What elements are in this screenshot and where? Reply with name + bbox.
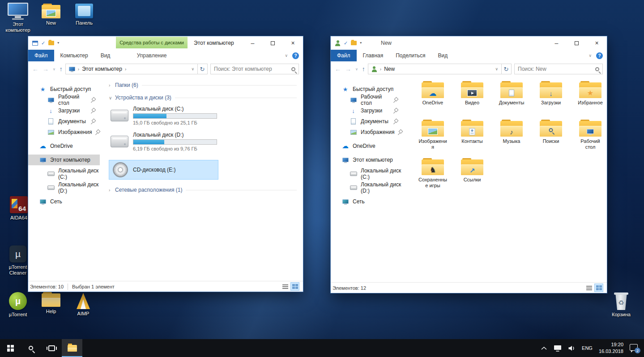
qat-chevron-icon[interactable]: ▾ (57, 41, 59, 45)
properties-check-icon[interactable]: ✓ (41, 41, 45, 46)
folder-documents[interactable]: Документы (492, 81, 531, 120)
sidebar-item-quick-access[interactable]: ★Быстрый доступ (28, 84, 100, 95)
sidebar-item-disk-c[interactable]: Локальный диск (C:) (331, 168, 402, 179)
properties-check-icon[interactable]: ✓ (344, 41, 348, 46)
drive-d-item[interactable]: Локальный диск (D:) 6,19 ГБ свободно из … (109, 130, 222, 153)
tab-view[interactable]: Вид (431, 50, 454, 61)
desktop-icon-help[interactable]: Help (36, 292, 66, 314)
tab-home[interactable]: Главная (357, 50, 390, 61)
sidebar-item-pictures[interactable]: Изображения (331, 127, 402, 138)
breadcrumb[interactable]: Этот компьютер (82, 66, 122, 72)
address-bar[interactable]: › New ∨ (368, 64, 502, 74)
desktop-icon-aimp[interactable]: AIMP (68, 292, 98, 317)
folder-contacts[interactable]: Контакты (452, 120, 492, 158)
search-input[interactable]: Поиск: Этот компьютер (210, 64, 299, 74)
tab-manage[interactable]: Управление (116, 50, 188, 61)
desktop-icon-recycle-bin[interactable]: ♻ Корзина (606, 292, 636, 318)
breadcrumb-chevron-icon[interactable]: › (380, 67, 381, 72)
folder-favorites[interactable]: ★ Избранное (571, 81, 610, 120)
maximize-button[interactable] (567, 36, 587, 50)
language-indicator[interactable]: ENG (582, 345, 593, 351)
sidebar-item-this-pc[interactable]: Этот компьютер (28, 155, 100, 165)
up-button[interactable]: ↑ (60, 65, 63, 73)
sidebar-item-this-pc[interactable]: Этот компьютер (331, 155, 402, 165)
folder-searches[interactable]: Поиски (531, 120, 571, 158)
network-icon[interactable] (554, 345, 562, 352)
folder-downloads[interactable]: ↓ Загрузки (531, 81, 571, 120)
help-button[interactable]: ? (596, 52, 603, 59)
refresh-button[interactable]: ↻ (501, 64, 512, 74)
taskbar-file-explorer-button[interactable] (62, 339, 82, 357)
large-icons-view-button[interactable] (290, 282, 299, 291)
tab-computer[interactable]: Компьютер (54, 50, 94, 61)
sidebar-item-pictures[interactable]: Изображения (28, 127, 100, 138)
back-button[interactable]: ← (32, 65, 38, 73)
desktop-icon-panel[interactable]: Панель (69, 4, 99, 26)
group-header-folders[interactable]: › Папки (6) (109, 82, 297, 88)
sidebar-item-network[interactable]: Сеть (331, 196, 402, 207)
new-folder-icon[interactable] (48, 41, 54, 45)
show-hidden-icons-chevron-icon[interactable] (541, 346, 547, 350)
sidebar-item-disk-d[interactable]: Локальный диск (D:) (331, 182, 402, 193)
close-button[interactable]: × (283, 36, 303, 50)
address-dropdown-icon[interactable]: ∨ (495, 67, 498, 71)
sidebar-item-onedrive[interactable]: ☁OneDrive (28, 141, 100, 151)
titlebar[interactable]: ✓ ▾ Средства работы с дисками Этот компь… (28, 36, 303, 50)
qat-chevron-icon[interactable]: ▾ (360, 41, 362, 45)
large-icons-view-button[interactable] (594, 284, 603, 292)
new-folder-icon[interactable] (351, 41, 357, 45)
group-header-network[interactable]: › Сетевые расположения (1) (109, 187, 297, 193)
sidebar-item-quick-access[interactable]: ★Быстрый доступ (331, 84, 402, 95)
back-button[interactable]: ← (335, 65, 341, 73)
sidebar-item-onedrive[interactable]: ☁OneDrive (331, 141, 402, 151)
sidebar-item-downloads[interactable]: ↓Загрузки (28, 105, 100, 116)
desktop-icon-new[interactable]: New (36, 4, 66, 26)
taskbar-clock[interactable]: 19:20 16.03.2018 (599, 341, 623, 355)
sidebar-item-disk-d[interactable]: Локальный диск (D:) (28, 182, 100, 193)
sidebar-item-documents[interactable]: Документы (331, 116, 402, 127)
titlebar[interactable]: ✓ ▾ New – × (331, 36, 607, 50)
breadcrumb[interactable]: New (384, 66, 395, 72)
minimize-button[interactable]: – (243, 36, 263, 50)
breadcrumb-chevron-icon[interactable]: › (78, 67, 79, 72)
recent-locations-chevron-icon[interactable]: ∨ (53, 67, 55, 71)
up-button[interactable]: ↑ (362, 65, 365, 73)
address-bar[interactable]: › Этот компьютер › ∨ (65, 64, 198, 74)
sidebar-item-network[interactable]: Сеть (28, 196, 100, 207)
folder-pictures[interactable]: Изображения (413, 120, 452, 158)
recent-locations-chevron-icon[interactable]: ∨ (355, 67, 358, 71)
task-view-button[interactable] (41, 339, 62, 357)
drive-c-item[interactable]: Локальный диск (C:) 15,0 ГБ свободно из … (109, 104, 222, 127)
search-icon[interactable] (291, 67, 295, 71)
forward-button[interactable]: → (43, 65, 49, 73)
ribbon-collapse-icon[interactable]: ∨ (285, 53, 288, 58)
refresh-button[interactable]: ↻ (197, 64, 208, 74)
sidebar-item-desktop[interactable]: Рабочий стол (331, 95, 402, 105)
tab-share[interactable]: Поделиться (389, 50, 431, 61)
sidebar-item-downloads[interactable]: ↓Загрузки (331, 105, 402, 116)
group-header-devices[interactable]: ∨ Устройства и диски (3) (109, 95, 297, 101)
forward-button[interactable]: → (345, 65, 351, 73)
desktop-icon-utorrent[interactable]: µ µTorrent (3, 292, 33, 318)
taskbar-search-button[interactable] (21, 339, 41, 357)
minimize-button[interactable]: – (546, 36, 567, 50)
sidebar-item-disk-c[interactable]: Локальный диск (C:) (28, 168, 100, 179)
folder-onedrive[interactable]: ☁ OneDrive (413, 81, 452, 120)
start-button[interactable] (0, 339, 21, 357)
contextual-tab-drive-tools[interactable]: Средства работы с дисками (116, 37, 188, 48)
cd-drive-item[interactable]: CD-дисковод (E:) (109, 160, 218, 180)
tab-view[interactable]: Вид (94, 50, 117, 61)
volume-icon[interactable] (568, 345, 576, 352)
tab-file[interactable]: Файл (28, 50, 54, 61)
action-center-button[interactable]: 2 (630, 344, 639, 352)
tab-file[interactable]: Файл (331, 50, 357, 61)
help-button[interactable]: ? (292, 52, 299, 59)
folder-links[interactable]: ↗ Ссылки (452, 158, 492, 197)
details-view-button[interactable] (584, 284, 593, 292)
sidebar-item-documents[interactable]: Документы (28, 116, 100, 127)
desktop-icon-this-pc[interactable]: Этот компьютер (3, 3, 33, 33)
breadcrumb-chevron-icon[interactable]: › (125, 67, 126, 72)
folder-saved-games[interactable]: ♞ Сохраненные игры (413, 158, 452, 197)
folder-videos[interactable]: Видео (452, 81, 492, 120)
address-dropdown-icon[interactable]: ∨ (191, 67, 194, 71)
